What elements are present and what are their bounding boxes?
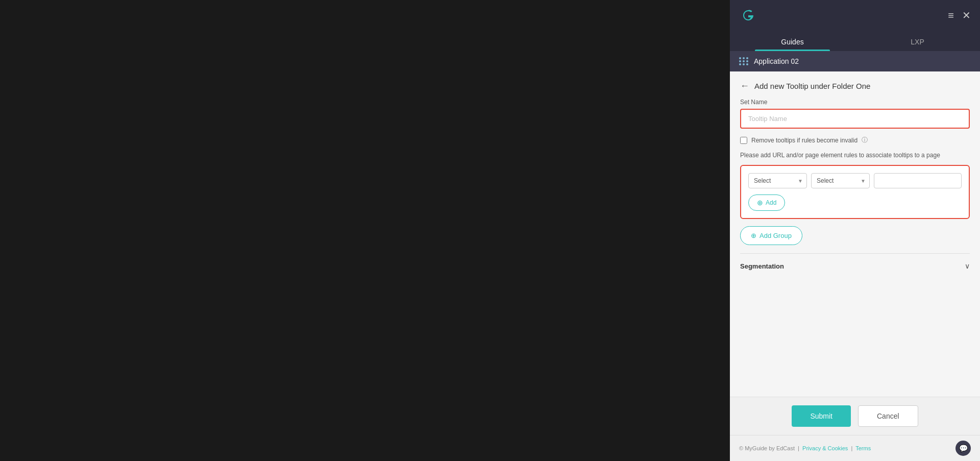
app-bar: Application 02 bbox=[730, 51, 980, 71]
select-1[interactable]: Select Contains Equals Starts with Ends … bbox=[748, 173, 807, 188]
chat-button[interactable]: 💬 bbox=[955, 441, 971, 456]
main-panel: ≡ ✕ Guides LXP Application 02 ← Add new … bbox=[730, 0, 980, 461]
page-title: Add new Tooltip under Folder One bbox=[754, 82, 870, 90]
app-title: Application 02 bbox=[754, 57, 799, 65]
add-group-button[interactable]: ⊕ Add Group bbox=[740, 226, 802, 245]
select-wrap-1: Select Contains Equals Starts with Ends … bbox=[748, 173, 807, 188]
remove-tooltips-checkbox[interactable] bbox=[740, 137, 747, 144]
grid-dots-icon bbox=[739, 57, 749, 65]
content-area: ← Add new Tooltip under Folder One Set N… bbox=[730, 71, 980, 397]
bottom-bar: © MyGuide by EdCast | Privacy & Cookies … bbox=[730, 435, 980, 461]
copyright-text: © MyGuide by EdCast | Privacy & Cookies … bbox=[739, 445, 871, 451]
back-arrow-icon[interactable]: ← bbox=[740, 81, 749, 91]
url-selects-row: Select Contains Equals Starts with Ends … bbox=[748, 173, 962, 188]
cancel-button[interactable]: Cancel bbox=[858, 405, 918, 427]
add-rule-button[interactable]: ⊕ Add bbox=[748, 195, 785, 211]
footer-actions: Submit Cancel bbox=[730, 397, 980, 435]
chat-icon: 💬 bbox=[959, 444, 968, 452]
back-header: ← Add new Tooltip under Folder One bbox=[730, 71, 980, 99]
tab-lxp[interactable]: LXP bbox=[855, 31, 980, 51]
menu-icon[interactable]: ≡ bbox=[948, 10, 954, 21]
segmentation-row[interactable]: Segmentation ∨ bbox=[740, 253, 970, 278]
info-icon: ⓘ bbox=[862, 136, 868, 144]
set-name-label: Set Name bbox=[740, 99, 970, 106]
url-rules-box: Select Contains Equals Starts with Ends … bbox=[740, 165, 970, 219]
close-icon[interactable]: ✕ bbox=[962, 9, 971, 21]
terms-link[interactable]: Terms bbox=[855, 445, 871, 451]
checkbox-row: Remove tooltips if rules become invalid … bbox=[740, 136, 970, 144]
segmentation-label: Segmentation bbox=[740, 262, 784, 270]
form-area: Set Name Remove tooltips if rules become… bbox=[730, 99, 980, 386]
tab-guides[interactable]: Guides bbox=[730, 31, 855, 51]
plus-circle-icon: ⊕ bbox=[751, 232, 756, 239]
select-wrap-2: Select URL Page Element ▼ bbox=[811, 173, 870, 188]
checkbox-label: Remove tooltips if rules become invalid bbox=[751, 137, 857, 144]
url-hint: Please add URL and/or page element rules… bbox=[740, 152, 970, 159]
privacy-link[interactable]: Privacy & Cookies bbox=[802, 445, 848, 451]
app-logo bbox=[739, 6, 757, 25]
header-actions: ≡ ✕ bbox=[948, 9, 971, 21]
header: ≡ ✕ bbox=[730, 0, 980, 31]
tooltip-name-input[interactable] bbox=[740, 109, 970, 129]
select-2[interactable]: Select URL Page Element bbox=[811, 173, 870, 188]
plus-icon: ⊕ bbox=[757, 199, 763, 207]
submit-button[interactable]: Submit bbox=[792, 405, 851, 427]
url-value-input[interactable] bbox=[874, 173, 962, 188]
chevron-down-icon: ∨ bbox=[965, 262, 970, 270]
tabs-bar: Guides LXP bbox=[730, 31, 980, 51]
